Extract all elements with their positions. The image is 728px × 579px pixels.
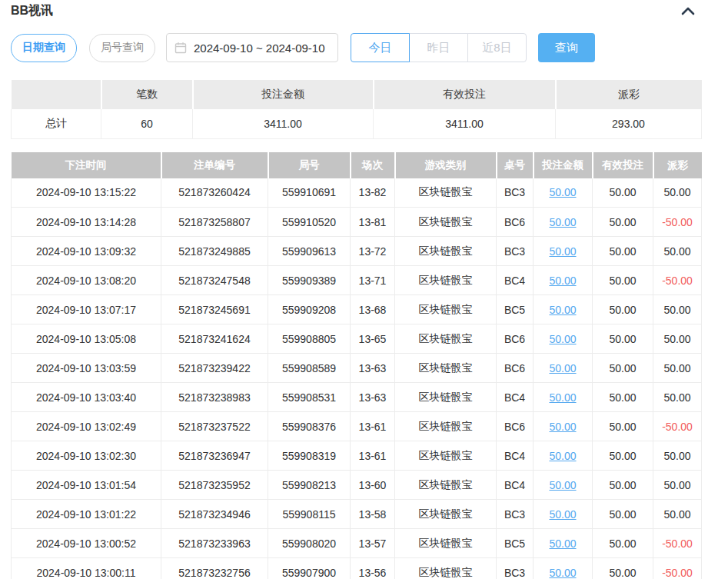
- table-row: 2024-09-10 13:03:59521873239422559908589…: [12, 354, 702, 383]
- cell-bet-amount: 50.00: [534, 529, 593, 558]
- cell-bet-time: 2024-09-10 13:02:30: [12, 441, 161, 471]
- cell-bet-amount: 50.00: [534, 208, 593, 237]
- cell-order-id: 521873233963: [161, 529, 268, 558]
- date-range-value: 2024-09-10 ~ 2024-09-10: [194, 42, 325, 55]
- calendar-icon: [175, 42, 187, 54]
- round-query-tab[interactable]: 局号查询: [89, 34, 155, 62]
- bet-amount-link[interactable]: 50.00: [549, 421, 576, 433]
- cell-order-id: 521873258807: [161, 208, 268, 237]
- cell-payout: 50.00: [653, 354, 702, 383]
- bet-amount-link[interactable]: 50.00: [549, 537, 576, 550]
- cell-round-id: 559908115: [268, 500, 351, 529]
- col-header-game-type: 游戏类别: [395, 152, 497, 178]
- today-button[interactable]: 今日: [351, 33, 410, 62]
- cell-game-type: 区块链骰宝: [395, 324, 497, 354]
- cell-payout: 50.00: [653, 324, 702, 354]
- cell-table-id: BC3: [497, 178, 534, 208]
- cell-bet-amount: 50.00: [534, 471, 593, 500]
- bet-amount-link[interactable]: 50.00: [549, 275, 576, 287]
- cell-payout: -50.00: [653, 208, 702, 237]
- date-query-tab[interactable]: 日期查询: [11, 34, 77, 62]
- cell-session: 13-71: [351, 266, 395, 295]
- cell-table-id: BC4: [497, 266, 534, 295]
- col-header-payout: 派彩: [653, 152, 702, 178]
- bet-amount-link[interactable]: 50.00: [549, 304, 576, 316]
- cell-game-type: 区块链骰宝: [395, 354, 497, 383]
- cell-order-id: 521873245691: [161, 295, 268, 324]
- table-row: 2024-09-10 13:01:22521873234946559908115…: [12, 500, 702, 529]
- cell-round-id: 559908376: [268, 412, 351, 441]
- bet-amount-link[interactable]: 50.00: [549, 391, 576, 404]
- bet-amount-link[interactable]: 50.00: [549, 362, 576, 374]
- cell-order-id: 521873249885: [161, 237, 268, 266]
- cell-round-id: 559909389: [268, 266, 351, 295]
- cell-payout: -50.00: [653, 412, 702, 441]
- bet-amount-link[interactable]: 50.00: [549, 567, 576, 579]
- cell-bet-amount: 50.00: [534, 324, 593, 354]
- cell-round-id: 559909613: [268, 237, 351, 266]
- summary-header-payout: 派彩: [556, 80, 702, 109]
- cell-bet-time: 2024-09-10 13:01:22: [12, 500, 161, 529]
- col-header-round-id: 局号: [268, 152, 351, 178]
- col-header-bet-time: 下注时间: [12, 152, 161, 178]
- date-range-input[interactable]: 2024-09-10 ~ 2024-09-10: [166, 33, 338, 62]
- cell-payout: -50.00: [653, 266, 702, 295]
- cell-round-id: 559910691: [268, 178, 351, 208]
- cell-game-type: 区块链骰宝: [395, 500, 497, 529]
- summary-total-bet-amount: 3411.00: [193, 109, 374, 138]
- summary-table: 笔数 投注金额 有效投注 派彩 总计 60 3411.00 3411.00 29…: [11, 80, 702, 139]
- cell-table-id: BC5: [497, 295, 534, 324]
- bet-amount-link[interactable]: 50.00: [549, 479, 576, 491]
- yesterday-button[interactable]: 昨日: [409, 33, 468, 62]
- cell-payout: -50.00: [653, 558, 702, 579]
- query-button[interactable]: 查询: [538, 33, 595, 62]
- cell-round-id: 559908213: [268, 471, 351, 500]
- cell-bet-time: 2024-09-10 13:01:54: [12, 471, 161, 500]
- col-header-order-id: 注单编号: [161, 152, 268, 178]
- cell-bet-amount: 50.00: [534, 441, 593, 471]
- chevron-up-icon: [681, 6, 695, 18]
- section-header: BB视讯: [11, 2, 701, 20]
- cell-round-id: 559907900: [268, 558, 351, 579]
- cell-game-type: 区块链骰宝: [395, 208, 497, 237]
- page-title: BB视讯: [11, 3, 53, 19]
- cell-order-id: 521873235952: [161, 471, 268, 500]
- collapse-section-button[interactable]: [680, 5, 696, 17]
- cell-valid-bet: 50.00: [593, 178, 653, 208]
- bet-amount-link[interactable]: 50.00: [549, 508, 576, 521]
- table-row: 2024-09-10 13:05:08521873241624559908805…: [12, 324, 702, 354]
- cell-payout: -50.00: [653, 529, 702, 558]
- bet-amount-link[interactable]: 50.00: [549, 333, 576, 345]
- bet-amount-link[interactable]: 50.00: [549, 450, 576, 462]
- cell-session: 13-56: [351, 558, 395, 579]
- bet-amount-link[interactable]: 50.00: [549, 216, 576, 228]
- cell-valid-bet: 50.00: [593, 266, 653, 295]
- cell-round-id: 559908020: [268, 529, 351, 558]
- cell-order-id: 521873239422: [161, 354, 268, 383]
- cell-session: 13-72: [351, 237, 395, 266]
- table-row: 2024-09-10 13:08:20521873247548559909389…: [12, 266, 702, 295]
- bet-amount-link[interactable]: 50.00: [549, 245, 576, 258]
- cell-bet-amount: 50.00: [534, 266, 593, 295]
- cell-round-id: 559908805: [268, 324, 351, 354]
- cell-valid-bet: 50.00: [593, 412, 653, 441]
- cell-bet-time: 2024-09-10 13:08:20: [12, 266, 161, 295]
- table-row: 2024-09-10 13:15:22521873260424559910691…: [12, 178, 702, 208]
- cell-table-id: BC6: [497, 412, 534, 441]
- bet-amount-link[interactable]: 50.00: [549, 186, 576, 198]
- summary-total-count: 60: [101, 109, 193, 138]
- cell-order-id: 521873237522: [161, 412, 268, 441]
- col-header-session: 场次: [351, 152, 395, 178]
- cell-valid-bet: 50.00: [593, 354, 653, 383]
- last-8-days-button[interactable]: 近8日: [467, 33, 527, 62]
- cell-bet-time: 2024-09-10 13:05:08: [12, 324, 161, 354]
- cell-order-id: 521873238983: [161, 383, 268, 412]
- cell-game-type: 区块链骰宝: [395, 471, 497, 500]
- summary-header-valid-bet: 有效投注: [374, 80, 556, 109]
- cell-bet-time: 2024-09-10 13:15:22: [12, 178, 161, 208]
- cell-bet-amount: 50.00: [534, 354, 593, 383]
- cell-bet-time: 2024-09-10 13:14:28: [12, 208, 161, 237]
- cell-valid-bet: 50.00: [593, 208, 653, 237]
- summary-header-bet-amount: 投注金额: [193, 80, 374, 109]
- query-toolbar: 日期查询 局号查询 2024-09-10 ~ 2024-09-10 今日 昨日 …: [11, 33, 701, 62]
